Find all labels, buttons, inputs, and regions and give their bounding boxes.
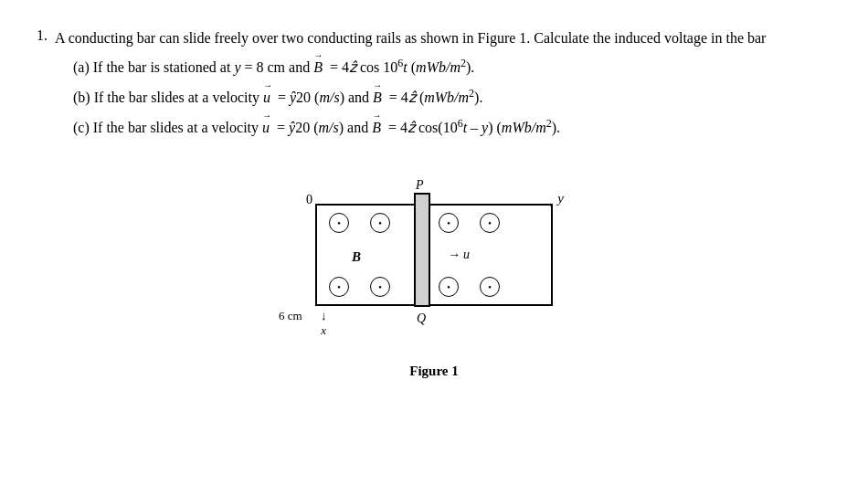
field-dot-3 — [439, 213, 459, 233]
problem-number: 1. — [37, 27, 48, 49]
field-dot-5 — [329, 277, 349, 297]
field-dot-4 — [480, 213, 500, 233]
right-end-line — [551, 204, 553, 306]
problem-header: 1. A conducting bar can slide freely ove… — [37, 27, 831, 49]
part-b-label: (b) If the bar slides at a velocity u→ =… — [73, 90, 482, 105]
p-label: P — [416, 178, 424, 193]
field-dot-1 — [329, 213, 349, 233]
b-label: B — [352, 249, 361, 265]
x-label: x — [321, 323, 326, 338]
field-dot-7 — [439, 277, 459, 297]
down-arrow: ↓ — [321, 309, 327, 323]
rail-top — [315, 204, 553, 206]
part-c-label: (c) If the bar slides at a velocity u→ =… — [73, 120, 560, 135]
rail-bottom — [315, 304, 553, 306]
problem-container: 1. A conducting bar can slide freely ove… — [37, 27, 831, 379]
conducting-bar — [414, 193, 430, 307]
field-dot-2 — [370, 213, 390, 233]
q-label: Q — [417, 311, 426, 326]
problem-part-b: (b) If the bar slides at a velocity u→ =… — [73, 85, 831, 110]
left-end-line — [315, 204, 317, 306]
problem-part-c: (c) If the bar slides at a velocity u→ =… — [73, 115, 831, 140]
field-dot-8 — [480, 277, 500, 297]
u-arrow-symbol: → — [448, 248, 460, 262]
u-arrow-container: → u — [448, 248, 470, 262]
zero-label: 0 — [306, 193, 312, 207]
figure-caption: Figure 1 — [409, 364, 458, 379]
sixcm-label: 6 cm — [279, 309, 302, 323]
u-label: u — [463, 248, 470, 262]
field-dot-6 — [370, 277, 390, 297]
problem-part-a: (a) If the bar is stationed at y = 8 cm … — [73, 55, 831, 79]
x-axis: ↓ x — [321, 309, 327, 338]
part-a-label: (a) If the bar is stationed at y = 8 cm … — [73, 59, 474, 75]
problem-intro: A conducting bar can slide freely over t… — [55, 27, 766, 49]
y-label: y — [557, 191, 564, 206]
figure-container: 0 → y P Q — [37, 167, 831, 379]
diagram: 0 → y P Q — [279, 167, 589, 350]
